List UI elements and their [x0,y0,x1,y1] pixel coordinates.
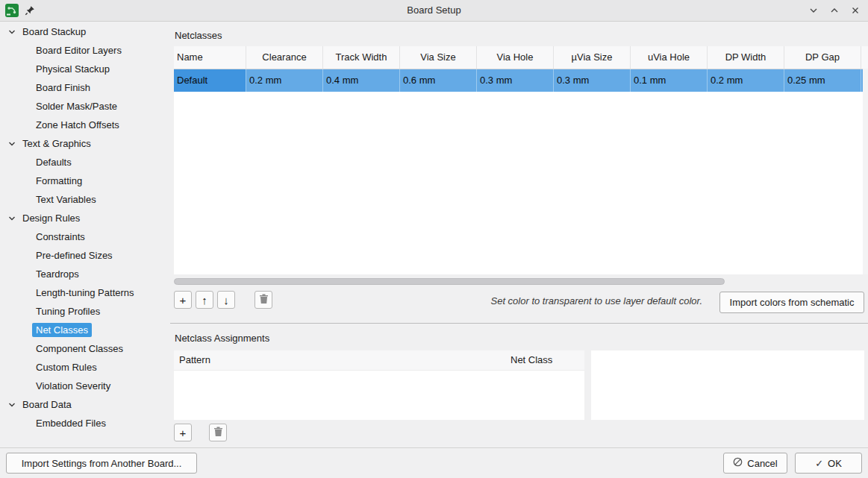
sidebar-item-board-finish[interactable]: Board Finish [0,78,170,97]
arrow-up-icon: ↑ [202,294,207,306]
sidebar-item-pre-defined-sizes[interactable]: Pre-defined Sizes [0,246,170,265]
import-colors-button[interactable]: Import colors from schematic [719,292,864,313]
sidebar-item-formatting[interactable]: Formatting [0,172,170,190]
netclasses-column-header[interactable]: uVia Hole [631,46,708,69]
close-window-icon[interactable] [850,5,861,16]
maximize-window-icon[interactable] [829,5,840,16]
chevron-down-icon[interactable] [7,214,16,223]
shade-window-icon[interactable] [808,5,819,16]
netclass-cell[interactable]: 0.3 mm [477,69,554,92]
color-hint-text: Set color to transparent to use layer de… [490,295,702,306]
plus-icon: + [180,294,187,306]
netclass-cell[interactable]: 0.4 mm [323,69,400,92]
sidebar-item-label: Board Stackup [19,25,90,39]
chevron-down-icon[interactable] [7,400,16,409]
trash-icon [213,427,223,439]
sidebar-item-text-graphics[interactable]: Text & Graphics [0,134,170,153]
sidebar-item-length-tuning-patterns[interactable]: Length-tuning Patterns [0,283,170,302]
arrow-down-icon: ↓ [223,294,229,306]
sidebar-item-defaults[interactable]: Defaults [0,153,170,172]
netclass-cell[interactable]: 0.2 mm [708,69,784,92]
netclasses-column-header[interactable]: DP Gap [784,46,861,69]
sidebar-item-label: Design Rules [19,211,84,225]
netclasses-section-title: Netclasses [175,30,222,41]
scrollbar-thumb[interactable] [174,278,725,285]
netclasses-rows: Default0.2 mm0.4 mm0.6 mm0.3 mm0.3 mm0.1… [174,69,868,92]
move-up-button[interactable]: ↑ [196,291,213,309]
sidebar-item-label: Solder Mask/Paste [32,99,121,113]
board-setup-dialog: Board Setup Board StackupBoard Editor La… [0,0,868,478]
netclasses-column-header[interactable]: µVia Size [554,46,631,69]
add-assignment-button[interactable]: + [174,424,192,441]
plus-icon: + [180,427,187,439]
chevron-down-icon[interactable] [7,28,16,37]
netclasses-column-header[interactable]: DP Width [708,46,784,69]
netclass-cell[interactable]: 0.1 mm [631,69,708,92]
assignments-section-title: Netclass Assignments [175,333,269,344]
netclass-cell[interactable]: 0.25 mm [784,69,861,92]
sidebar-item-label: Board Editor Layers [32,43,125,57]
sidebar-item-label: Pre-defined Sizes [32,248,116,262]
trash-icon [259,294,269,306]
sidebar-item-design-rules[interactable]: Design Rules [0,209,170,227]
sidebar-item-board-stackup[interactable]: Board Stackup [0,22,170,41]
sidebar-item-text-variables[interactable]: Text Variables [0,190,170,209]
cancel-button[interactable]: Cancel [723,453,787,474]
sidebar-item-net-classes[interactable]: Net Classes [0,321,170,339]
sidebar-item-board-data[interactable]: Board Data [0,395,170,414]
netclass-cell[interactable]: 0.6 mm [400,69,477,92]
netclasses-column-header[interactable]: Clearance [246,46,323,69]
sidebar-tree: Board StackupBoard Editor LayersPhysical… [0,22,170,447]
pattern-column-header[interactable]: Pattern [174,350,505,370]
netclass-row[interactable]: Default0.2 mm0.4 mm0.6 mm0.3 mm0.3 mm0.1… [174,69,868,92]
delete-assignment-button[interactable] [209,424,227,441]
sidebar-item-label: Violation Severity [32,379,114,393]
sidebar-item-label: Component Classes [32,342,127,356]
ok-button-label: OK [828,458,842,469]
sidebar-item-label: Formatting [32,174,86,188]
netclasses-column-header[interactable]: Name [174,46,246,69]
netclass-cell[interactable]: 0.3 mm [554,69,631,92]
sidebar-item-constraints[interactable]: Constraints [0,227,170,246]
sidebar-item-label: Text & Graphics [19,136,95,151]
sidebar-item-custom-rules[interactable]: Custom Rules [0,358,170,377]
section-splitter[interactable] [170,323,868,324]
move-down-button[interactable]: ↓ [217,291,235,309]
netclasses-vertical-scrollbar[interactable] [863,69,868,274]
sidebar-item-label: Board Data [19,397,75,412]
netclasses-column-header[interactable]: Via Hole [477,46,554,69]
import-settings-button[interactable]: Import Settings from Another Board... [6,453,197,474]
netclasses-column-header[interactable]: Via Size [400,46,477,69]
ok-button[interactable]: ✓ OK [795,453,862,474]
delete-netclass-button[interactable] [255,291,272,309]
sidebar-item-label: Physical Stackup [32,62,113,76]
add-netclass-button[interactable]: + [174,291,192,309]
sidebar-item-embedded-files[interactable]: Embedded Files [0,414,170,433]
sidebar-item-label: Tuning Profiles [32,304,104,318]
sidebar-item-physical-stackup[interactable]: Physical Stackup [0,60,170,78]
window-controls [808,0,861,21]
netclasses-header-row: NameClearanceTrack WidthVia SizeVia Hole… [174,46,868,69]
sidebar-item-violation-severity[interactable]: Violation Severity [0,377,170,395]
netclasses-horizontal-scrollbar[interactable] [174,278,867,286]
netclass-assignments-table: Pattern Net Class [174,350,584,420]
sidebar-item-label: Board Finish [32,81,94,95]
sidebar-item-zone-hatch-offsets[interactable]: Zone Hatch Offsets [0,116,170,134]
window-title: Board Setup [0,0,868,21]
sidebar-item-tuning-profiles[interactable]: Tuning Profiles [0,302,170,321]
sidebar-item-board-editor-layers[interactable]: Board Editor Layers [0,41,170,60]
netclass-cell[interactable]: 0.2 mm [246,69,323,92]
sidebar-item-component-classes[interactable]: Component Classes [0,339,170,358]
main-panel: Netclasses NameClearanceTrack WidthVia S… [170,22,868,447]
sidebar-item-solder-mask-paste[interactable]: Solder Mask/Paste [0,97,170,116]
netclasses-table: NameClearanceTrack WidthVia SizeVia Hole… [174,46,868,274]
sidebar-item-label: Custom Rules [32,360,101,374]
sidebar-item-label: Text Variables [32,192,100,207]
titlebar: Board Setup [0,0,868,22]
netclasses-column-header[interactable]: Track Width [323,46,400,69]
netclass-cell[interactable]: Default [174,69,246,92]
chevron-down-icon[interactable] [7,139,16,148]
netclass-column-header[interactable]: Net Class [505,350,584,370]
sidebar-item-teardrops[interactable]: Teardrops [0,265,170,283]
sidebar-item-label: Net Classes [32,323,92,337]
